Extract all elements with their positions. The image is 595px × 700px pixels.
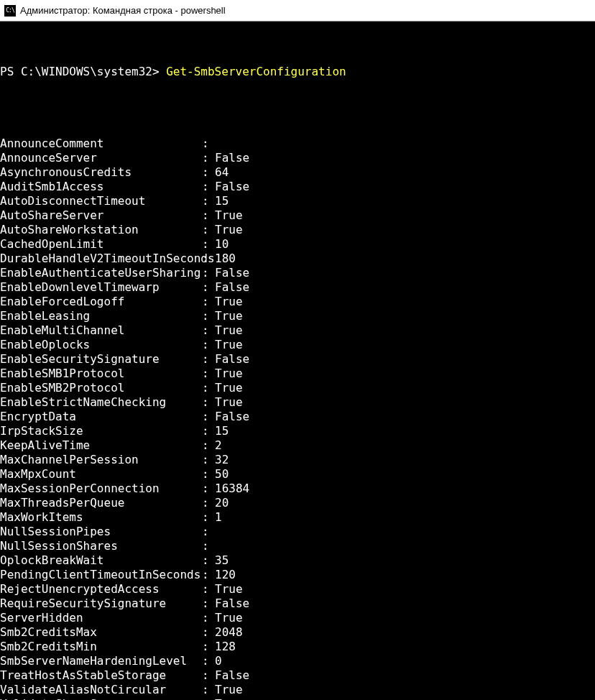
output-value: True <box>215 381 243 395</box>
output-value: 20 <box>215 496 229 510</box>
output-row: PendingClientTimeoutInSeconds: 120 <box>0 568 595 582</box>
output-key: RejectUnencryptedAccess <box>0 582 202 597</box>
output-value: False <box>215 410 249 424</box>
terminal-area[interactable]: PS C:\WINDOWS\system32> Get-SmbServerCon… <box>0 22 595 700</box>
output-key: TreatHostAsStableStorage <box>0 668 202 683</box>
output-value: 10 <box>215 237 229 252</box>
output-row: EnableStrictNameChecking: True <box>0 395 595 410</box>
output-value: True <box>215 223 243 237</box>
output-key: NullSessionShares <box>0 539 202 553</box>
output-key: EnableDownlevelTimewarp <box>0 280 202 295</box>
output-value: 15 <box>215 194 229 208</box>
output-key: AnnounceComment <box>0 137 202 151</box>
output-colon: : <box>202 223 215 237</box>
output-value: 50 <box>215 467 229 482</box>
output-colon: : <box>202 208 215 223</box>
output-value: False <box>215 280 249 295</box>
output-row: EnableAuthenticateUserSharing: False <box>0 266 595 280</box>
output-key: AsynchronousCredits <box>0 165 202 180</box>
output-value: True <box>215 309 243 323</box>
output-value: True <box>215 338 243 352</box>
output-row: ServerHidden: True <box>0 611 595 625</box>
output-colon: : <box>202 438 215 453</box>
output-colon: : <box>202 525 215 539</box>
window-titlebar[interactable]: C:\ Администратор: Командная строка - po… <box>0 0 595 22</box>
output-row: AnnounceServer: False <box>0 151 595 165</box>
output-value: True <box>215 367 243 381</box>
output-value: 32 <box>215 453 229 467</box>
output-row: EnableMultiChannel: True <box>0 323 595 338</box>
output-row: EncryptData: False <box>0 410 595 424</box>
output-row: Smb2CreditsMax: 2048 <box>0 625 595 640</box>
output-colon: : <box>202 453 215 467</box>
output-row: RejectUnencryptedAccess: True <box>0 582 595 597</box>
output-row: IrpStackSize: 15 <box>0 424 595 438</box>
output-row: EnableSecuritySignature: False <box>0 352 595 367</box>
output-row: EnableDownlevelTimewarp: False <box>0 280 595 295</box>
output-row: MaxWorkItems: 1 <box>0 510 595 525</box>
output-colon: : <box>202 381 215 395</box>
output-colon: : <box>202 482 215 496</box>
output-value: True <box>215 395 243 410</box>
output-value: True <box>215 295 243 309</box>
prompt-command: Get-SmbServerConfiguration <box>166 65 346 78</box>
output-value: True <box>215 683 243 697</box>
output-key: AutoDisconnectTimeout <box>0 194 202 208</box>
output-key: MaxWorkItems <box>0 510 202 525</box>
output-colon: : <box>202 237 215 252</box>
output-key: EnableForcedLogoff <box>0 295 202 309</box>
output-colon: : <box>202 467 215 482</box>
output-key: EnableSMB2Protocol <box>0 381 202 395</box>
output-key: DurableHandleV2TimeoutInSeconds <box>0 252 202 266</box>
output-value: 1 <box>215 510 222 525</box>
output-colon: : <box>202 395 215 410</box>
output-key: MaxMpxCount <box>0 467 202 482</box>
output-colon: : <box>202 137 215 151</box>
output-value: False <box>215 597 249 611</box>
output-key: OplockBreakWait <box>0 553 202 568</box>
output-key: PendingClientTimeoutInSeconds <box>0 568 202 582</box>
output-value: 64 <box>215 165 229 180</box>
output-rows: AnnounceComment: AnnounceServer: FalseAs… <box>0 137 595 700</box>
output-row: KeepAliveTime: 2 <box>0 438 595 453</box>
output-value: True <box>215 582 243 597</box>
output-key: Smb2CreditsMin <box>0 640 202 654</box>
output-key: KeepAliveTime <box>0 438 202 453</box>
output-row: SmbServerNameHardeningLevel: 0 <box>0 654 595 668</box>
output-key: AutoShareServer <box>0 208 202 223</box>
output-colon: : <box>202 165 215 180</box>
output-value: False <box>215 151 249 165</box>
output-key: ValidateShareScope <box>0 697 202 700</box>
output-row: Smb2CreditsMin: 128 <box>0 640 595 654</box>
output-colon: : <box>202 496 215 510</box>
output-row: EnableOplocks: True <box>0 338 595 352</box>
output-colon: : <box>202 295 215 309</box>
output-value: 2048 <box>215 625 243 640</box>
output-value: True <box>215 611 243 625</box>
output-colon: : <box>202 424 215 438</box>
output-row: AuditSmb1Access: False <box>0 180 595 194</box>
output-colon: : <box>202 194 215 208</box>
window-title: Администратор: Командная строка - powers… <box>20 5 226 16</box>
output-colon: : <box>202 640 215 654</box>
output-row: AutoShareServer: True <box>0 208 595 223</box>
output-colon: : <box>202 683 215 697</box>
output-key: AnnounceServer <box>0 151 202 165</box>
output-key: AuditSmb1Access <box>0 180 202 194</box>
output-colon: : <box>202 510 215 525</box>
output-key: ServerHidden <box>0 611 202 625</box>
output-colon: : <box>202 309 215 323</box>
output-colon: : <box>202 611 215 625</box>
output-row: CachedOpenLimit: 10 <box>0 237 595 252</box>
output-key: EnableMultiChannel <box>0 323 202 338</box>
output-row: EnableForcedLogoff: True <box>0 295 595 309</box>
output-value: 0 <box>215 654 222 668</box>
output-row: MaxSessionPerConnection: 16384 <box>0 482 595 496</box>
output-key: ValidateAliasNotCircular <box>0 683 202 697</box>
output-row: MaxThreadsPerQueue: 20 <box>0 496 595 510</box>
output-colon: : <box>202 668 215 683</box>
output-row: AutoShareWorkstation: True <box>0 223 595 237</box>
output-row: AsynchronousCredits: 64 <box>0 165 595 180</box>
output-value: 120 <box>215 568 236 582</box>
output-row: MaxMpxCount: 50 <box>0 467 595 482</box>
